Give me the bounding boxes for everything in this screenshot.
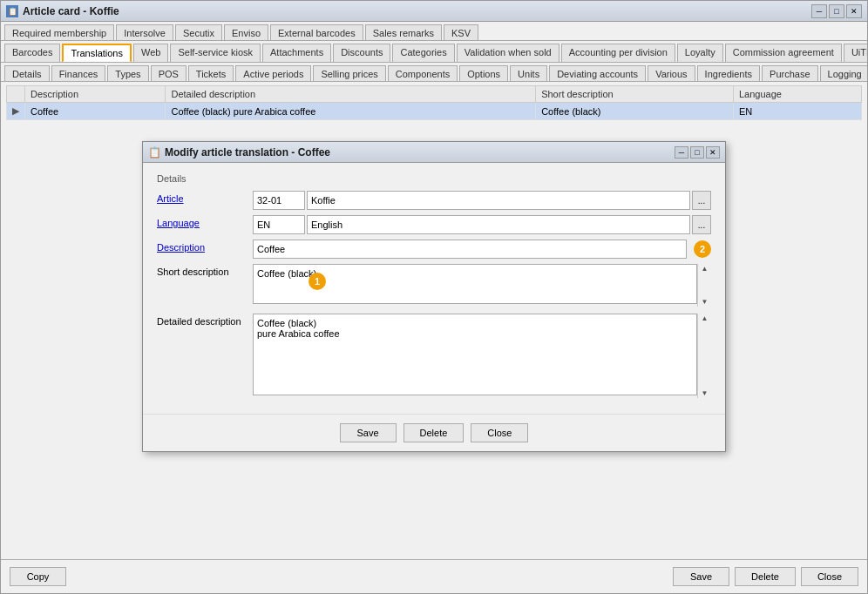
article-label[interactable]: Article [157, 191, 253, 204]
minimize-button[interactable]: ─ [811, 4, 827, 18]
modal-restore-button[interactable]: □ [690, 146, 704, 159]
bottom-right: Save Delete Close [673, 567, 858, 586]
close-button-bottom[interactable]: Close [801, 567, 858, 586]
modal-minimize-button[interactable]: ─ [675, 146, 688, 159]
modal-close-button[interactable]: ✕ [706, 146, 720, 159]
tab-ksv[interactable]: KSV [444, 24, 478, 41]
table-wrapper: Description Detailed description Short d… [1, 82, 867, 124]
scroll-up-arrow[interactable]: ▲ [702, 265, 709, 273]
col-indicator [7, 86, 25, 103]
detailed-desc-scrollbar: ▲ ▼ [697, 314, 711, 398]
description-label[interactable]: Description [157, 240, 253, 253]
modal-delete-button[interactable]: Delete [403, 423, 465, 442]
save-button[interactable]: Save [673, 567, 729, 586]
detailed-scroll-up[interactable]: ▲ [702, 314, 709, 322]
tabs-row-2: Barcodes Translations Web Self-service k… [1, 41, 867, 63]
main-window: 📋 Article card - Koffie ─ □ ✕ Required m… [0, 0, 868, 594]
close-button[interactable]: ✕ [846, 4, 862, 18]
article-browse-button[interactable]: ... [692, 191, 711, 210]
short-desc-scrollbar: ▲ ▼ [697, 264, 711, 307]
tab-purchase[interactable]: Purchase [762, 65, 817, 82]
title-bar-left: 📋 Article card - Koffie [6, 5, 119, 17]
language-inputs: ... [253, 215, 711, 234]
col-description: Description [25, 86, 166, 103]
modal-icon: 📋 [148, 146, 160, 159]
tab-ingredients[interactable]: Ingredients [697, 65, 760, 82]
language-code-input[interactable] [253, 215, 305, 234]
short-description-wrapper: ▲ ▼ 1 [253, 264, 711, 307]
tabs-row-1: Required membership Intersolve Secutix E… [1, 22, 867, 41]
tab-logging[interactable]: Logging [820, 65, 867, 82]
modal-dialog: 📋 Modify article translation - Coffee ─ … [142, 141, 726, 452]
short-description-row: Short description ▲ ▼ 1 [157, 264, 711, 307]
tab-accounting-per-division[interactable]: Accounting per division [561, 44, 675, 63]
tab-self-service-kiosk[interactable]: Self-service kiosk [170, 44, 261, 63]
cell-detailed: Coffee (black) pure Arabica coffee [166, 103, 536, 120]
section-details-label: Details [157, 173, 711, 184]
copy-button[interactable]: Copy [10, 567, 66, 586]
language-label[interactable]: Language [157, 215, 253, 228]
bottom-bar: Copy Save Delete Close [1, 559, 867, 593]
tab-required-membership[interactable]: Required membership [4, 24, 114, 41]
short-description-label: Short description [157, 264, 253, 277]
title-bar: 📋 Article card - Koffie ─ □ ✕ [1, 1, 867, 22]
modal-title: Modify article translation - Coffee [165, 146, 330, 159]
tab-loyalty[interactable]: Loyalty [677, 44, 723, 63]
tab-deviating-accounts[interactable]: Deviating accounts [549, 65, 646, 82]
tab-pos[interactable]: POS [151, 65, 186, 82]
tab-finances[interactable]: Finances [51, 65, 106, 82]
table-row[interactable]: ▶ Coffee Coffee (black) pure Arabica cof… [7, 103, 862, 120]
main-content: 📋 Modify article translation - Coffee ─ … [1, 124, 867, 559]
tab-units[interactable]: Units [510, 65, 547, 82]
modal-title-left: 📋 Modify article translation - Coffee [148, 146, 330, 159]
tab-web[interactable]: Web [133, 44, 168, 63]
article-code-input[interactable] [253, 191, 305, 210]
cell-description: Coffee [25, 103, 166, 120]
article-name-input[interactable] [307, 191, 690, 210]
tab-selling-prices[interactable]: Selling prices [313, 65, 385, 82]
article-inputs: ... [253, 191, 711, 210]
tab-intersolve[interactable]: Intersolve [116, 24, 173, 41]
modal-close-button-footer[interactable]: Close [471, 423, 528, 442]
tab-sales-remarks[interactable]: Sales remarks [365, 24, 442, 41]
modal-title-bar: 📋 Modify article translation - Coffee ─ … [143, 142, 725, 163]
tab-active-periods[interactable]: Active periods [235, 65, 311, 82]
tab-categories[interactable]: Categories [392, 44, 454, 63]
tab-barcodes[interactable]: Barcodes [4, 44, 60, 63]
tab-details[interactable]: Details [4, 65, 50, 82]
col-language: Language [733, 86, 861, 103]
description-input[interactable] [253, 240, 687, 259]
tab-external-barcodes[interactable]: External barcodes [270, 24, 363, 41]
tab-types[interactable]: Types [107, 65, 148, 82]
cell-language: EN [733, 103, 861, 120]
tab-uitpas[interactable]: UiTPAS [844, 44, 867, 63]
tab-secutix[interactable]: Secutix [175, 24, 222, 41]
delete-button[interactable]: Delete [735, 567, 796, 586]
tab-validation-when-sold[interactable]: Validation when sold [457, 44, 559, 63]
short-description-badge: 1 [309, 273, 326, 290]
col-detailed: Detailed description [166, 86, 536, 103]
cell-short: Coffee (black) [536, 103, 734, 120]
tab-tickets[interactable]: Tickets [188, 65, 234, 82]
modal-save-button[interactable]: Save [340, 423, 397, 442]
tab-options[interactable]: Options [459, 65, 508, 82]
detailed-description-textarea[interactable] [253, 314, 697, 395]
detailed-scroll-down[interactable]: ▼ [702, 389, 709, 397]
tab-various[interactable]: Various [648, 65, 695, 82]
translations-table: Description Detailed description Short d… [6, 85, 862, 120]
scroll-down-arrow[interactable]: ▼ [702, 298, 709, 306]
language-browse-button[interactable]: ... [692, 215, 711, 234]
tab-enviso[interactable]: Enviso [224, 24, 268, 41]
restore-button[interactable]: □ [829, 4, 844, 18]
tab-components[interactable]: Components [388, 65, 458, 82]
bottom-left: Copy [10, 567, 66, 586]
tabs-row-3: Details Finances Types POS Tickets Activ… [1, 63, 867, 82]
modal-footer: Save Delete Close [143, 414, 725, 451]
window-icon: 📋 [6, 5, 18, 17]
tab-attachments[interactable]: Attachments [262, 44, 331, 63]
content-area: Description Detailed description Short d… [1, 82, 867, 559]
tab-commission-agreement[interactable]: Commission agreement [725, 44, 842, 63]
tab-translations[interactable]: Translations [62, 44, 132, 63]
tab-discounts[interactable]: Discounts [333, 44, 390, 63]
language-name-input[interactable] [307, 215, 690, 234]
